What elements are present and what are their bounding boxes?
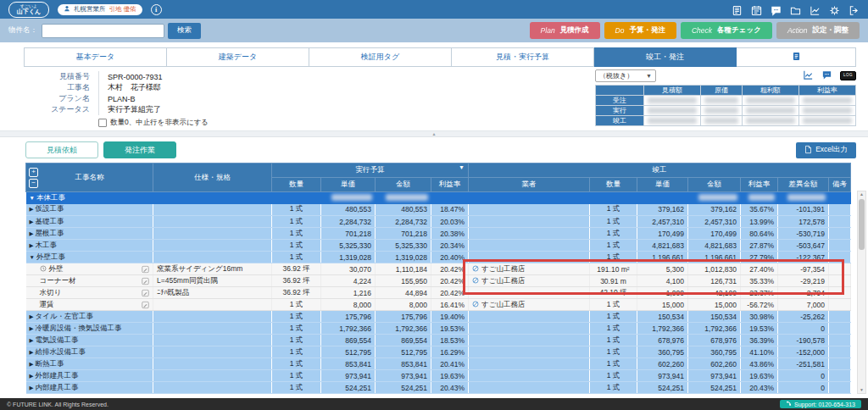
spec-cell [153,228,272,240]
comp-amount-cell: 170,499 [688,228,741,240]
comp-unitprice-cell: 2,457,310 [637,216,688,228]
exec-rate-cell: 19.40% [431,311,469,323]
expand-arrow-icon[interactable]: ▶ [30,313,34,319]
order-summary-table: 見積額 原価 粗利額 利益率 受注 実行 竣工 [595,85,856,126]
memo-cell [829,335,851,346]
pdca-button-plan[interactable]: Plan見積作成 [530,22,600,39]
chat-icon[interactable] [771,4,782,15]
estimate-request-button[interactable]: 見積依頼 [25,141,98,158]
vendor-cell [469,358,590,370]
work-name-label: 工事名 [25,82,98,93]
table-row[interactable]: コーナー材 L=455mm同質出隅 36.92 坪 4,224 155,950 … [26,275,851,287]
collapse-all-button[interactable]: − [29,179,38,188]
pdca-button-do[interactable]: Do予算・発注 [604,22,676,39]
table-row[interactable]: ▶冷暖房設備・換気設備工事 1 式 1,792,366 1,792,366 19… [26,323,851,335]
table-row[interactable]: ▶仮設工事 1 式 480,553 480,553 18.47% 1 式 379… [26,204,851,216]
column-collapse-icon[interactable]: ▼ [459,164,465,170]
tab-document[interactable] [737,47,856,67]
redacted-value [798,116,855,126]
settings-icon[interactable] [829,4,840,15]
expand-arrow-icon[interactable]: ▶ [30,230,34,236]
scroll-up-icon[interactable]: ▲ [860,191,864,197]
info-icon[interactable]: i [151,4,162,15]
spec-cell [153,311,272,323]
expand-arrow-icon[interactable]: ▶ [30,373,34,379]
work-name-cell: ▶屋根工事 [26,228,153,240]
user-badge[interactable]: 札幌営業所 引地 優佑 [58,4,142,15]
support-badge[interactable]: Support: 0120-654-313 [780,400,861,408]
collapse-arrow-icon[interactable]: ▼ [30,254,35,260]
table-row[interactable]: ▶断熱工事 1 式 853,841 853,841 20.41% 1 式 602… [26,358,851,370]
chart-icon[interactable] [810,4,821,15]
pdca-button-check[interactable]: Check各種チェック [681,22,772,39]
search-button[interactable]: 検索 [168,23,201,39]
edit-icon[interactable] [142,265,149,273]
folder-icon[interactable] [790,4,801,15]
table-row[interactable]: ▶電気設備工事 1 式 869,554 869,554 18.53% 1 式 6… [26,335,851,346]
vendor-cell [469,240,590,252]
table-scrollbar[interactable]: ▲ ▼ [857,191,866,394]
comp-qty-cell: 1 式 [590,382,637,394]
table-row[interactable]: 運賃 1 式 8,000 8,000 16.41% すご山工務店 1 式 15,… [26,299,851,311]
edit-icon[interactable] [142,277,149,285]
tab-basic-data[interactable]: 基本データ [24,47,167,67]
expand-arrow-icon[interactable]: ▶ [30,361,34,367]
excel-export-button[interactable]: Excel出力 [796,142,856,158]
summary-col-estimate: 見積額 [644,86,701,96]
exec-qty-cell: 1 式 [272,370,321,382]
clock-note-icon[interactable] [40,265,47,272]
table-row[interactable]: ▶木工事 1 式 5,325,330 5,325,330 20.34% 1 式 … [26,240,851,252]
report-icon[interactable] [732,4,743,15]
order-work-button[interactable]: 発注作業 [103,141,176,158]
vendor-status-icon[interactable] [472,301,479,308]
exec-amount-cell [376,192,431,204]
logout-icon[interactable] [849,4,860,15]
table-row[interactable]: ▶タイル・左官工事 1 式 175,796 175,796 19.40% 1 式… [26,311,851,323]
expand-arrow-icon[interactable]: ▶ [30,219,34,224]
edit-icon[interactable] [142,289,149,296]
app-logo[interactable]: すごいよ 山下くん [8,2,49,18]
vendor-status-icon[interactable] [472,277,479,284]
tab-verification-tags[interactable]: 検証用タグ [309,47,452,67]
property-search-input[interactable] [42,24,164,38]
tab-building-data[interactable]: 建築データ [167,47,309,67]
top-bar: すごいよ 山下くん 札幌営業所 引地 優佑 i [0,0,868,19]
log-icon[interactable]: LOG [840,71,856,80]
table-row[interactable]: ▶内部建具工事 1 式 524,251 524,251 20.43% 1 式 5… [26,382,851,394]
expand-arrow-icon[interactable]: ▶ [30,385,34,391]
expand-arrow-icon[interactable]: ▶ [30,349,34,355]
tax-mode-select[interactable]: （税抜き） ▼ [595,69,656,82]
expand-arrow-icon[interactable]: ▶ [30,242,34,248]
table-row[interactable]: ▶外部建具工事 1 式 973,941 973,941 19.63% 1 式 9… [26,370,851,382]
table-row[interactable]: ▶基礎工事 1 式 2,284,732 2,284,732 20.03% 1 式… [26,216,851,228]
scrollbar-thumb[interactable] [859,199,865,250]
table-row[interactable]: ▶屋根工事 1 式 701,218 701,218 20.38% 1 式 170… [26,228,851,240]
scroll-down-icon[interactable]: ▼ [860,387,864,393]
table-row[interactable]: ▶給排水設備工事 1 式 512,795 512,795 16.29% 1 式 … [26,346,851,358]
panel-comment-icon[interactable] [821,69,832,84]
comp-unitprice-cell: 1,000 [637,287,688,299]
tab-completion-order[interactable]: 竣工・発注 [594,47,737,67]
work-name-cell: ▶給排水設備工事 [26,346,153,358]
expand-all-button[interactable]: + [29,168,38,177]
comp-unitprice-cell: 15,000 [637,299,688,311]
table-row[interactable]: ▼本体工事 [26,192,851,204]
comp-qty-header: 数量 [590,178,637,192]
panel-chart-icon[interactable] [803,69,814,84]
expand-arrow-icon[interactable]: ▶ [30,206,34,212]
section-collapse-handle[interactable]: ▲ [0,131,868,137]
edit-icon[interactable] [142,301,149,308]
spec-cell [153,252,272,263]
expand-arrow-icon[interactable]: ▶ [30,337,34,343]
calendar-icon[interactable] [751,4,762,15]
table-row[interactable]: 水切り ﾆﾁﾊ既製品 36.92 坪 1,216 44,894 20.42% 4… [26,287,851,299]
hide-zero-rows-checkbox[interactable] [98,119,107,127]
expand-arrow-icon[interactable]: ▶ [30,325,34,331]
tab-estimate-budget[interactable]: 見積・実行予算 [452,47,594,67]
vendor-status-icon[interactable] [472,265,479,272]
table-row[interactable]: ▼外壁工事 1 式 1,319,028 1,319,028 20.40% 1 式… [26,252,851,263]
pdca-button-action[interactable]: Action設定・調整 [776,22,860,39]
work-name-header: +− 工事名称 [26,163,153,192]
table-row[interactable]: 外壁 窯業系サイディング16mm 36.92 坪 30,070 1,110,18… [26,263,851,275]
collapse-arrow-icon[interactable]: ▼ [30,195,35,201]
